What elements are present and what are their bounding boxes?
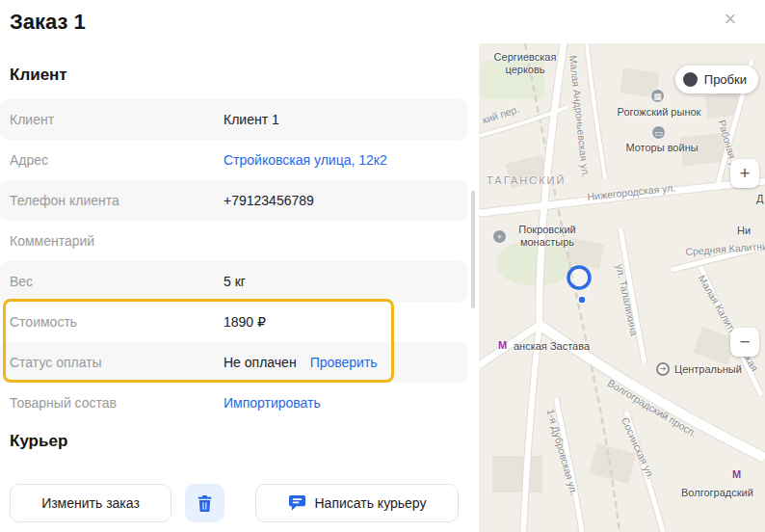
table-row-phone: Телефон клиента +79123456789 — [0, 180, 467, 221]
map-label-mcd-station: Центральный — [674, 363, 742, 376]
map-label-partial: Д — [756, 193, 763, 205]
map-label-museum: Моторы войны — [619, 142, 705, 154]
panel-scrollbar[interactable] — [471, 191, 475, 308]
courier-section-heading: Курьер — [10, 432, 67, 451]
table-row-comment: Комментарий — [0, 221, 467, 261]
row-value: 5 кг — [224, 274, 246, 289]
map-label-partial: Ни — [737, 225, 751, 237]
traffic-label: Пробки — [704, 72, 747, 87]
mcd-station-icon: ➔ — [656, 362, 670, 376]
map-label-district: ТАГАНСКИЙ — [487, 174, 566, 187]
row-value: Клиент 1 — [224, 112, 279, 127]
table-row-price: Стоимость 1890 ₽ — [0, 302, 467, 342]
traffic-icon — [683, 72, 698, 87]
table-row-client: Клиент Клиент 1 — [0, 99, 467, 140]
map-label-church: Сергиевская церковь — [485, 51, 566, 75]
zoom-out-button[interactable]: − — [730, 328, 759, 357]
client-section-heading: Клиент — [10, 66, 67, 85]
traffic-toggle-button[interactable]: Пробки — [675, 66, 758, 93]
map-label-market: Рогожский рынок — [609, 106, 709, 119]
payment-status-value: Не оплачен — [224, 355, 297, 370]
message-courier-button[interactable]: Написать курьеру — [255, 484, 459, 522]
zoom-in-button[interactable]: + — [730, 159, 759, 188]
metro-icon: М — [732, 468, 741, 480]
row-label: Комментарий — [0, 233, 224, 249]
row-label: Адрес — [0, 152, 224, 168]
row-value: +79123456789 — [224, 193, 314, 208]
row-label: Клиент — [0, 112, 224, 127]
edit-order-label: Изменить заказ — [41, 495, 140, 511]
client-details-table: Клиент Клиент 1 Адрес Стройковская улица… — [0, 99, 467, 423]
map[interactable]: ▦ ▭ + М М ➔ Сергиевская церковь Рогожски… — [479, 43, 765, 532]
trash-icon — [198, 495, 212, 512]
table-row-weight: Вес 5 кг — [0, 261, 467, 302]
order-location-pin — [560, 258, 604, 310]
close-icon[interactable]: × — [717, 6, 744, 33]
row-label: Товарный состав — [0, 395, 224, 411]
row-label: Вес — [0, 274, 224, 289]
map-label-metro-station: анская Застава — [514, 340, 590, 353]
address-link[interactable]: Стройковская улица, 12к2 — [224, 152, 387, 168]
page-title: Заказ 1 — [10, 10, 86, 35]
metro-icon: М — [498, 339, 507, 351]
market-icon: ▦ — [650, 89, 665, 103]
delete-order-button[interactable] — [185, 484, 224, 522]
row-label: Стоимость — [0, 314, 224, 330]
edit-order-button[interactable]: Изменить заказ — [10, 484, 171, 522]
check-payment-link[interactable]: Проверить — [310, 355, 378, 370]
row-value: 1890 ₽ — [224, 314, 266, 330]
import-items-link[interactable]: Импортировать — [224, 395, 321, 411]
table-row-payment-status: Статус оплаты Не оплачен Проверить — [0, 342, 467, 383]
map-label-monastery: Покровский монастырь — [510, 224, 585, 248]
museum-icon: ▭ — [651, 125, 666, 140]
row-label: Статус оплаты — [0, 355, 224, 370]
row-label: Телефон клиента — [0, 193, 224, 208]
map-label-metro-station: Волгоградский — [681, 487, 753, 499]
table-row-items: Товарный состав Импортировать — [0, 383, 467, 423]
church-icon: + — [492, 229, 507, 244]
table-row-address: Адрес Стройковская улица, 12к2 — [0, 140, 467, 180]
chat-icon — [288, 494, 306, 512]
message-courier-label: Написать курьеру — [315, 495, 427, 511]
